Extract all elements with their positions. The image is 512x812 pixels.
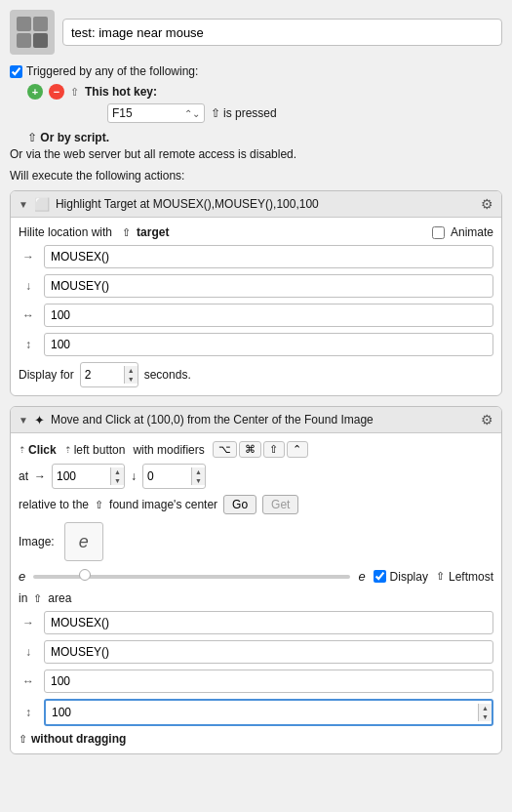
arrow-v-icon-1: ↕ [19,338,38,351]
shift-found-icon: ⇧ [95,499,103,511]
slider-left-label: e [19,569,25,584]
area-mousey-input[interactable] [44,640,493,664]
action-header-left-2: ▼ ✦ Move and Click at (100,0) from the C… [19,413,374,427]
x-input[interactable] [53,465,110,488]
left-button-label: left button [74,443,126,457]
action-title-1: Highlight Target at MOUSEX(),MOUSEY(),10… [56,197,319,211]
image-row: Image: e [19,522,493,561]
at-row: at → ▲ ▼ ↓ ▲ ▼ [19,464,493,489]
mod-btn-cmd[interactable]: ⌘ [239,441,261,458]
area-height-stepper[interactable]: ▲ ▼ [478,704,492,721]
mod-btn-ctrl[interactable]: ⌃ [287,441,308,458]
image-box[interactable]: e [64,522,103,561]
area-label: area [48,591,71,605]
gear-icon-1[interactable]: ⚙ [481,196,493,212]
header-icon [10,10,55,55]
display-for-input-container[interactable]: ▲ ▼ [80,362,138,387]
web-label: Or via the web server but all remote acc… [10,147,296,161]
mod-btn-shift[interactable]: ⇧ [263,441,285,458]
animate-checkbox[interactable] [432,226,445,239]
area-height-row: ↕ ▲ ▼ [19,699,493,726]
area-mousex-input[interactable] [44,611,493,634]
collapse-icon-1[interactable]: ▼ [19,199,28,210]
mousey-row-1: ↓ [19,274,493,298]
display-checkbox[interactable] [374,570,386,583]
hotkey-row: + − ⇧ This hot key: [27,84,502,100]
without-shift-icon: ⇧ [19,733,27,746]
x-stepper[interactable]: ▲ ▼ [110,467,124,485]
image-label: Image: [19,535,55,548]
shift-script-icon: ⇧ [27,131,40,144]
stepper-up[interactable]: ▲ [125,366,138,375]
svg-rect-1 [33,17,48,31]
width-row-1: ↔ [19,304,493,327]
arrow-v-icon-2: ↕ [19,706,38,719]
shift-symbol: ⇧ [211,106,220,120]
with-modifiers-label: with modifiers [133,443,204,457]
y-stepper-down[interactable]: ▼ [192,476,205,485]
in-area-row: in ⇧ area [19,591,493,605]
triggered-checkbox-label[interactable]: Triggered by any of the following: [10,64,198,78]
action-header-2: ▼ ✦ Move and Click at (100,0) from the C… [11,407,501,433]
without-drag-label: without dragging [31,732,126,746]
y-stepper-up[interactable]: ▲ [192,467,205,476]
x-stepper-down[interactable]: ▼ [111,476,124,485]
web-row: Or via the web server but all remote acc… [10,147,502,161]
will-execute: Will execute the following actions: [10,169,502,183]
svg-rect-3 [33,33,48,48]
mod-btn-option[interactable]: ⌥ [213,441,237,458]
arrow-right-at: → [34,469,46,483]
area-height-input[interactable] [46,701,478,724]
height-input-1[interactable] [44,333,493,356]
display-for-row: Display for ▲ ▼ seconds. [19,362,493,387]
click-label-container: ⇡ Click [19,443,57,457]
without-drag-row: ⇧ without dragging [19,732,493,746]
triggered-checkbox[interactable] [10,65,22,78]
x-input-container[interactable]: ▲ ▼ [52,464,125,489]
hilite-row: Hilite location with ⇧ target Animate [19,225,493,239]
area-width-input[interactable] [44,670,493,693]
stepper-down[interactable]: ▼ [125,375,138,384]
modifier-buttons: ⌥ ⌘ ⇧ ⌃ [213,441,308,458]
width-input-1[interactable] [44,304,493,327]
display-label: Display [390,570,428,584]
mousex-row-1: → [19,245,493,268]
area-height-input-container[interactable]: ▲ ▼ [44,699,493,726]
script-label: Or by script. [40,131,109,144]
hotkey-select-container[interactable]: F15 ⌃⌄ [107,103,205,123]
action-block-1: ▼ ⬜ Highlight Target at MOUSEX(),MOUSEY(… [10,190,502,396]
svg-rect-0 [17,17,31,31]
go-button[interactable]: Go [223,495,256,514]
remove-trigger-button[interactable]: − [49,84,64,100]
get-button[interactable]: Get [262,495,298,514]
area-width-row: ↔ [19,670,493,693]
mousey-input-1[interactable] [44,274,493,298]
y-input[interactable] [143,465,191,488]
gear-icon-2[interactable]: ⚙ [481,412,493,427]
shift-icon: ⇧ [70,86,79,99]
display-for-input[interactable] [81,363,124,386]
area-height-up[interactable]: ▲ [479,704,492,712]
is-pressed-row: ⇧ is pressed [211,106,277,120]
slider-row: e e Display ⇧ Leftmost [19,569,493,584]
add-trigger-button[interactable]: + [27,84,43,100]
x-stepper-up[interactable]: ▲ [111,467,124,476]
relative-label: relative to the [19,498,89,511]
arrow-right-icon-1: → [19,250,38,264]
y-stepper[interactable]: ▲ ▼ [191,467,205,485]
hotkey-dropdown-arrow: ⌃⌄ [184,108,200,119]
collapse-icon-2[interactable]: ▼ [19,415,28,426]
in-label: in [19,591,27,605]
header-section [10,10,502,55]
confidence-slider[interactable] [33,575,350,579]
y-input-container[interactable]: ▲ ▼ [142,464,206,489]
leftmost-check: ⇧ Leftmost [436,570,493,584]
area-height-down[interactable]: ▼ [479,712,492,721]
found-image-label: found image's center [109,498,217,511]
display-for-stepper[interactable]: ▲ ▼ [124,366,138,384]
arrow-h-icon-2: ↔ [19,674,38,688]
title-input[interactable] [62,19,502,46]
mousex-input-1[interactable] [44,245,493,268]
click-icon: ✦ [34,413,45,427]
display-check: Display [374,570,428,584]
